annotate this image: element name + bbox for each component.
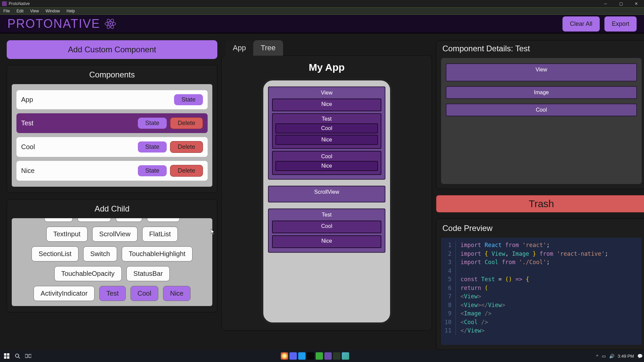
detail-item[interactable]: Cool — [446, 104, 637, 116]
minimize-button[interactable]: ─ — [598, 0, 613, 7]
component-row[interactable]: NiceStateDelete — [16, 161, 208, 181]
tree-node-label: Cool — [275, 223, 378, 229]
tree-node[interactable]: ScrollView — [268, 186, 385, 202]
add-child-chip[interactable]: FlatList — [142, 227, 178, 242]
tree-node[interactable]: TestCoolNice — [272, 113, 381, 149]
tree-node-label: Nice — [275, 238, 378, 244]
taskbar-app-terminal[interactable] — [307, 352, 314, 360]
add-child-chip[interactable]: StatusBar — [126, 266, 170, 281]
add-child-chip[interactable]: Button — [77, 218, 111, 222]
export-button[interactable]: Export — [604, 16, 637, 32]
component-row[interactable]: TestStateDelete — [16, 113, 208, 133]
add-child-title: Add Child — [12, 204, 212, 214]
search-icon[interactable] — [12, 351, 23, 361]
add-child-chip[interactable]: TouchableHighlight — [122, 246, 193, 261]
tree-node-label: Test — [275, 116, 378, 122]
maximize-button[interactable]: ▢ — [613, 0, 629, 7]
start-icon[interactable] — [1, 351, 12, 361]
phone-frame: ViewNiceTestCoolNiceCoolNiceScrollViewTe… — [261, 78, 392, 324]
code-preview-panel: Code Preview 1import React from 'react';… — [436, 219, 644, 350]
delete-button[interactable]: Delete — [170, 165, 203, 177]
component-row[interactable]: AppState — [16, 90, 208, 109]
line-number: 1 — [441, 241, 456, 250]
line-number: 4 — [441, 267, 456, 276]
line-number: 10 — [441, 318, 456, 327]
tree-node[interactable]: Cool — [275, 123, 378, 133]
code-line: 9 <Image /> — [441, 309, 642, 318]
svg-rect-7 — [7, 356, 9, 359]
state-button[interactable]: State — [138, 141, 167, 153]
app-header: PROTONATIVE Clear All Export — [0, 15, 644, 34]
code-line: 6 return ( — [441, 284, 642, 293]
add-child-chip[interactable]: TouchableOpacity — [54, 266, 122, 281]
menu-file[interactable]: File — [0, 9, 13, 13]
taskbar-app-photos[interactable] — [342, 352, 349, 360]
taskbar-app-dark[interactable] — [333, 352, 340, 360]
add-child-chip[interactable]: ScrollView — [92, 227, 138, 242]
close-button[interactable]: ✕ — [629, 0, 644, 7]
state-button[interactable]: State — [138, 118, 167, 129]
menu-edit[interactable]: Edit — [13, 9, 27, 13]
tree-node[interactable]: Nice — [272, 235, 381, 248]
detail-item[interactable]: View — [446, 63, 637, 81]
add-child-chip[interactable]: ActivityIndicator — [34, 286, 95, 301]
add-child-panel: Add Child ViewButtonTextImageTextInputSc… — [7, 199, 217, 312]
add-child-chip-custom[interactable]: Nice — [163, 286, 191, 301]
add-child-chip[interactable]: View — [44, 218, 73, 222]
menu-help[interactable]: Help — [63, 9, 78, 13]
tray-chevron-icon[interactable]: ^ — [596, 354, 598, 359]
taskbar-app-discord[interactable] — [289, 352, 297, 360]
component-row[interactable]: CoolStateDelete — [16, 137, 208, 157]
menu-window[interactable]: Window — [42, 9, 63, 13]
taskbar-app-purple[interactable] — [324, 352, 332, 360]
menubar: File Edit View Window Help — [0, 7, 644, 15]
taskbar: ^ ▭ 🔊 3:49 PM 💬 — [0, 350, 644, 362]
menu-view[interactable]: View — [27, 9, 42, 13]
state-button[interactable]: State — [174, 94, 203, 105]
components-title: Components — [12, 70, 212, 79]
tree-node[interactable]: TestCoolNice — [268, 208, 385, 253]
taskbar-app-vscode[interactable] — [298, 352, 306, 360]
tray-network-icon[interactable]: ▭ — [602, 354, 606, 359]
clear-all-button[interactable]: Clear All — [562, 16, 600, 32]
delete-button[interactable]: Delete — [170, 141, 203, 153]
tray-clock[interactable]: 3:49 PM — [618, 354, 634, 359]
code-line: 2import { View, Image } from 'react-nati… — [441, 250, 642, 258]
tree-node[interactable]: Cool — [272, 221, 381, 233]
center-tabs: App Tree — [225, 40, 432, 56]
tray-notifications-icon[interactable]: 💬 — [637, 354, 643, 359]
add-child-chip[interactable]: TextInput — [46, 227, 88, 242]
tree-node[interactable]: Nice — [275, 135, 378, 145]
trash-zone[interactable]: Trash — [436, 195, 644, 213]
taskbar-app-green[interactable] — [316, 352, 323, 360]
detail-item[interactable]: Image — [446, 86, 637, 99]
tree-node[interactable]: ViewNiceTestCoolNiceCoolNice — [268, 86, 385, 180]
titlebar: ProtoNative ─ ▢ ✕ — [0, 0, 644, 7]
component-details-panel: Component Details: Test ViewImageCool — [436, 40, 644, 189]
taskbar-app-chrome[interactable] — [281, 352, 288, 360]
atom-icon — [104, 18, 116, 30]
add-child-chip[interactable]: Text — [116, 218, 142, 222]
add-child-chip[interactable]: SectionList — [32, 246, 78, 261]
add-child-chip[interactable]: Switch — [83, 246, 117, 261]
component-name: Test — [21, 119, 34, 127]
tray-volume-icon[interactable]: 🔊 — [609, 354, 614, 359]
component-name: Nice — [21, 167, 35, 175]
tree-node-label: Cool — [275, 154, 378, 160]
add-child-chip-custom[interactable]: Cool — [130, 286, 158, 301]
tab-tree[interactable]: Tree — [253, 40, 283, 56]
add-child-chip-custom[interactable]: Test — [99, 286, 126, 301]
add-child-chip[interactable]: Image — [147, 218, 180, 222]
tab-app[interactable]: App — [225, 40, 253, 56]
svg-point-3 — [109, 23, 111, 25]
code-line: 8 <View></View> — [441, 301, 642, 310]
task-view-icon[interactable] — [23, 351, 34, 361]
delete-button[interactable]: Delete — [170, 117, 203, 129]
tree-node[interactable]: Nice — [272, 99, 381, 111]
tree-node-label: Nice — [275, 101, 378, 107]
state-button[interactable]: State — [138, 165, 167, 176]
tree-node[interactable]: CoolNice — [272, 151, 381, 175]
tree-node[interactable]: Nice — [275, 161, 378, 171]
add-custom-component-button[interactable]: Add Custom Component — [7, 40, 217, 59]
line-number: 2 — [441, 250, 456, 258]
